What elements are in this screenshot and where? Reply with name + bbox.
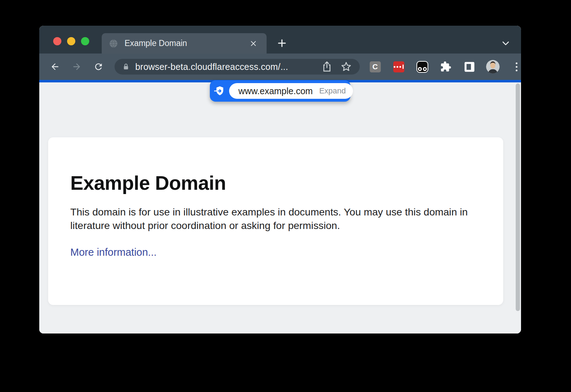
- tab-search-button[interactable]: [500, 38, 512, 49]
- isolation-url-pill[interactable]: www.example.com Expand: [210, 80, 350, 102]
- reload-button[interactable]: [91, 59, 106, 75]
- forward-button[interactable]: [69, 59, 85, 75]
- browser-menu-button[interactable]: [510, 60, 521, 73]
- bookmark-button[interactable]: [340, 60, 353, 73]
- isolation-host-text: www.example.com: [238, 86, 313, 96]
- star-icon: [340, 61, 352, 72]
- extensions-puzzle-icon[interactable]: [439, 60, 453, 73]
- tab-close-icon[interactable]: [247, 37, 259, 50]
- forward-arrow-icon: [72, 62, 82, 72]
- extensions-row: C: [368, 60, 521, 73]
- zoom-window-button[interactable]: [81, 37, 89, 45]
- browser-toolbar: browser-beta.cloudflareaccess.com/... C: [39, 54, 521, 80]
- isolation-host-field[interactable]: www.example.com Expand: [229, 83, 353, 99]
- share-icon: [322, 61, 332, 72]
- page-title: Example Domain: [70, 172, 482, 194]
- reload-icon: [94, 62, 103, 72]
- kebab-menu-icon: [516, 62, 517, 71]
- isolation-expand-button[interactable]: Expand: [319, 86, 346, 96]
- tab-title: Example Domain: [125, 39, 247, 48]
- lock-icon: [122, 62, 130, 71]
- extension-c-icon[interactable]: C: [368, 60, 382, 73]
- tab-example-domain[interactable]: Example Domain: [102, 33, 267, 54]
- browser-window: Example Domain: [39, 26, 521, 334]
- share-button[interactable]: [320, 60, 333, 73]
- vertical-scrollbar[interactable]: [516, 83, 520, 311]
- globe-favicon-icon: [109, 39, 118, 48]
- address-bar[interactable]: browser-beta.cloudflareaccess.com/...: [115, 59, 360, 75]
- plus-icon: [277, 38, 287, 48]
- tab-strip: Example Domain: [39, 26, 521, 54]
- back-button[interactable]: [47, 59, 63, 75]
- traffic-lights: [53, 37, 89, 45]
- extension-password-manager-icon[interactable]: [392, 60, 405, 73]
- page-viewport: www.example.com Expand Example Domain Th…: [39, 82, 521, 334]
- new-tab-button[interactable]: [276, 37, 288, 49]
- avatar-photo: [486, 60, 500, 73]
- page-paragraph: This domain is for use in illustrative e…: [70, 205, 481, 232]
- more-information-link[interactable]: More information...: [70, 246, 157, 258]
- chevron-down-icon: [501, 39, 510, 48]
- profile-avatar[interactable]: [486, 60, 500, 73]
- example-domain-card: Example Domain This domain is for use in…: [48, 137, 503, 305]
- url-text: browser-beta.cloudflareaccess.com/...: [135, 62, 314, 72]
- close-window-button[interactable]: [53, 37, 61, 45]
- shield-arrow-icon: [214, 85, 226, 97]
- minimize-window-button[interactable]: [67, 37, 75, 45]
- extension-goggles-icon[interactable]: [415, 60, 429, 73]
- back-arrow-icon: [50, 62, 60, 72]
- side-panel-icon[interactable]: [463, 60, 476, 73]
